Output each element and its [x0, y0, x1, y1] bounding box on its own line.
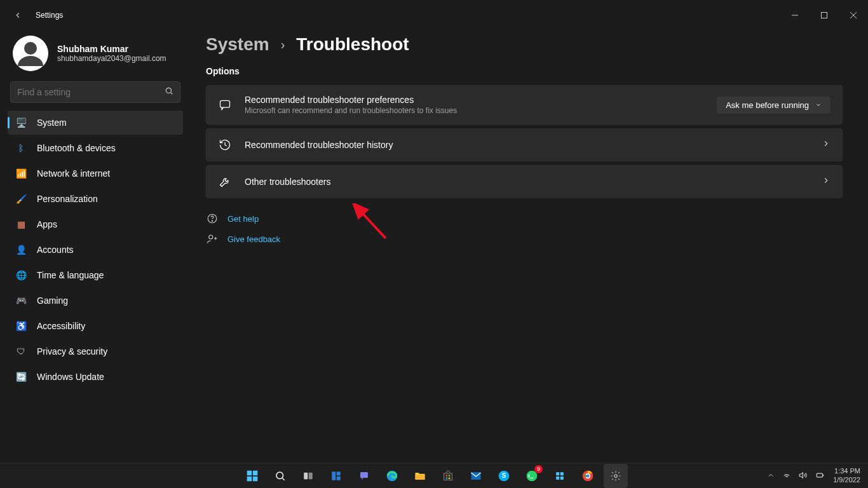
taskbar-clock[interactable]: 1:34 PM 1/9/2022 [833, 467, 860, 484]
edge-icon[interactable] [380, 464, 404, 488]
bluetooth-icon: ᛒ [15, 142, 27, 154]
sidebar-item-accessibility[interactable]: ♿Accessibility [8, 314, 183, 338]
update-icon: 🔄 [15, 371, 27, 383]
tray-volume-icon[interactable] [799, 471, 808, 481]
get-help-link[interactable]: Get help [227, 214, 259, 224]
feedback-icon [206, 233, 219, 245]
taskbar-center: S [240, 464, 628, 488]
sidebar-item-accounts[interactable]: 👤Accounts [8, 238, 183, 262]
svg-rect-19 [309, 472, 313, 479]
settings-taskbar-icon[interactable] [604, 464, 628, 488]
svg-point-16 [276, 472, 283, 479]
svg-point-4 [24, 42, 37, 55]
task-view-icon[interactable] [296, 464, 320, 488]
sidebar-item-label: System [37, 118, 67, 128]
svg-rect-23 [360, 472, 368, 478]
chat-icon[interactable] [352, 464, 376, 488]
preference-dropdown[interactable]: Ask me before running [717, 97, 831, 114]
card-troubleshooter-history[interactable]: Recommended troubleshooter history [206, 128, 843, 161]
svg-rect-27 [446, 475, 448, 477]
apps-icon: ▦ [15, 219, 27, 230]
svg-rect-43 [817, 473, 822, 477]
display-icon: 🖥️ [15, 117, 27, 128]
sidebar-item-label: Bluetooth & devices [37, 143, 116, 153]
sidebar-item-label: Accounts [37, 245, 74, 255]
sidebar-item-apps[interactable]: ▦Apps [8, 212, 183, 236]
shield-icon: 🛡 [15, 346, 27, 357]
maximize-button[interactable] [810, 5, 839, 25]
sidebar-item-label: Privacy & security [37, 346, 107, 356]
main-content: System › Troubleshoot Options Recommende… [206, 34, 843, 253]
profile-email: shubhamdayal2043@gmail.com [57, 54, 166, 63]
tray-battery-icon[interactable] [815, 471, 825, 481]
minimize-button[interactable] [780, 5, 810, 25]
svg-rect-38 [560, 476, 564, 479]
sidebar-item-time[interactable]: 🌐Time & language [8, 263, 183, 287]
taskbar-search[interactable] [268, 464, 292, 488]
app-icon[interactable] [548, 464, 572, 488]
svg-point-10 [209, 235, 213, 239]
globe-icon: 🌐 [15, 269, 27, 281]
chrome-icon[interactable] [576, 464, 600, 488]
card-other-troubleshooters[interactable]: Other troubleshooters [206, 165, 843, 198]
svg-rect-15 [253, 476, 258, 481]
svg-rect-31 [471, 472, 481, 480]
card-troubleshooter-preferences[interactable]: Recommended troubleshooter preferences M… [206, 85, 843, 125]
help-links: Get help Give feedback [206, 212, 843, 245]
svg-rect-12 [247, 470, 252, 475]
search-input[interactable] [17, 87, 165, 97]
window-controls [780, 5, 868, 25]
sidebar-item-update[interactable]: 🔄Windows Update [8, 365, 183, 389]
chevron-right-icon: › [281, 37, 285, 52]
sidebar-item-privacy[interactable]: 🛡Privacy & security [8, 339, 183, 363]
svg-rect-1 [822, 13, 827, 18]
widgets-icon[interactable] [324, 464, 348, 488]
mail-icon[interactable] [464, 464, 488, 488]
svg-rect-26 [444, 473, 452, 480]
explorer-icon[interactable] [408, 464, 432, 488]
svg-point-5 [166, 88, 171, 93]
clock-time: 1:34 PM [833, 467, 860, 475]
skype-icon[interactable]: S [492, 464, 516, 488]
sidebar-item-label: Accessibility [37, 321, 85, 331]
chevron-right-icon [822, 139, 831, 151]
card-title: Recommended troubleshooter preferences [245, 95, 717, 105]
titlebar: Settings [0, 0, 868, 30]
sidebar-item-personalization[interactable]: 🖌️Personalization [8, 187, 183, 211]
clock-date: 1/9/2022 [833, 476, 860, 484]
sidebar-item-system[interactable]: 🖥️System [8, 111, 183, 135]
avatar [13, 36, 48, 71]
search-box[interactable] [10, 81, 180, 103]
breadcrumb: System › Troubleshoot [206, 34, 843, 55]
profile-block[interactable]: Shubham Kumar shubhamdayal2043@gmail.com [0, 30, 191, 81]
sidebar-nav: 🖥️System ᛒBluetooth & devices 📶Network &… [0, 111, 191, 389]
sidebar: Shubham Kumar shubhamdayal2043@gmail.com… [0, 30, 191, 463]
sidebar-item-gaming[interactable]: 🎮Gaming [8, 288, 183, 313]
svg-rect-37 [556, 476, 559, 479]
svg-point-42 [614, 474, 618, 477]
close-button[interactable] [839, 5, 868, 25]
svg-line-17 [282, 478, 284, 480]
svg-rect-21 [337, 471, 341, 475]
breadcrumb-level1[interactable]: System [206, 34, 269, 55]
whatsapp-icon[interactable] [520, 464, 544, 488]
tray-wifi-icon[interactable] [782, 471, 791, 481]
help-icon [206, 212, 219, 225]
sidebar-item-label: Gaming [37, 295, 68, 306]
start-button[interactable] [240, 464, 264, 488]
history-icon [218, 138, 232, 152]
store-icon[interactable] [436, 464, 460, 488]
sidebar-item-bluetooth[interactable]: ᛒBluetooth & devices [8, 136, 183, 160]
svg-rect-18 [304, 472, 308, 479]
sidebar-item-label: Personalization [37, 194, 98, 204]
back-button[interactable] [8, 5, 28, 25]
search-icon [165, 86, 173, 98]
sidebar-item-network[interactable]: 📶Network & internet [8, 161, 183, 186]
give-feedback-link[interactable]: Give feedback [227, 234, 280, 244]
svg-rect-7 [220, 100, 230, 107]
card-title: Recommended troubleshooter history [245, 140, 822, 150]
svg-rect-28 [449, 475, 451, 477]
taskbar: S 1:34 PM 1/9/2022 [0, 463, 868, 488]
tray-chevron-icon[interactable] [767, 471, 775, 480]
svg-rect-36 [560, 472, 564, 475]
